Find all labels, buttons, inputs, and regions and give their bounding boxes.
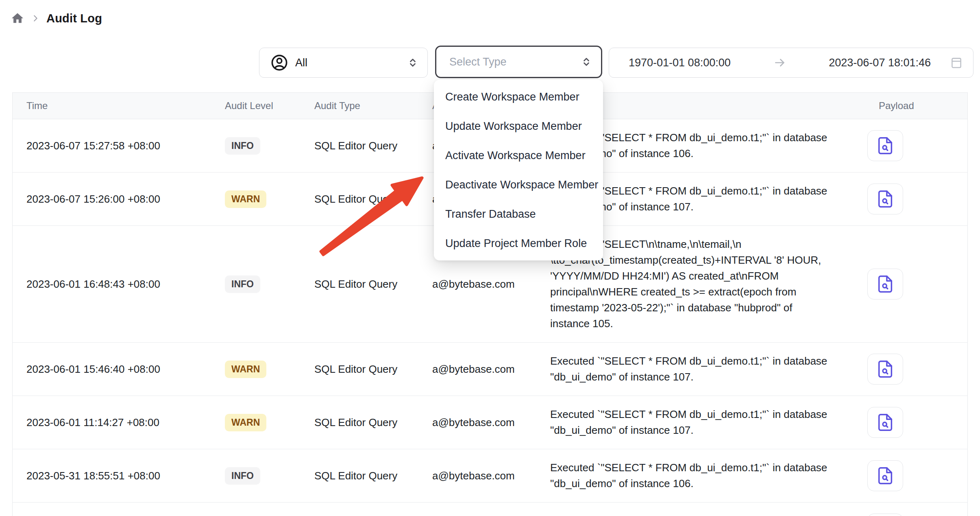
column-header-audit-level: Audit Level: [212, 100, 301, 112]
cell-audit-level: INFO: [212, 137, 301, 155]
date-range-start: 1970-01-01 08:00:00: [629, 57, 731, 69]
cell-comment: Executed `"SELECT * FROM db_ui_demo.t1;"…: [537, 396, 854, 449]
cell-payload: [854, 407, 968, 438]
actor-filter-select[interactable]: All: [259, 48, 428, 78]
menu-item-update-workspace-member[interactable]: Update Workspace Member: [434, 112, 603, 141]
cell-payload: [854, 460, 968, 491]
column-header-audit-type: Audit Type: [301, 100, 419, 112]
type-filter-placeholder: Select Type: [449, 56, 507, 68]
cell-audit-level: INFO: [212, 275, 301, 293]
cell-payload: [854, 130, 968, 161]
cell-actor: a@bytebase.com: [419, 470, 537, 482]
cell-time: 2023-05-31 18:55:51 +08:00: [13, 470, 212, 482]
type-dropdown-menu: Create Workspace Member Update Workspace…: [434, 80, 603, 260]
cell-audit-type: SQL Editor Query: [301, 470, 419, 482]
cell-audit-level: WARN: [212, 414, 301, 431]
file-search-icon: [876, 275, 895, 293]
menu-item-transfer-database[interactable]: Transfer Database: [434, 199, 603, 229]
status-badge: INFO: [225, 275, 260, 293]
chevron-right-icon: [31, 14, 40, 23]
file-search-icon: [876, 466, 895, 485]
cell-audit-type: SQL Editor Query: [301, 193, 419, 206]
payload-view-button[interactable]: [867, 184, 903, 214]
person-circle-icon: [270, 53, 289, 72]
cell-audit-type: SQL Editor Query: [301, 140, 419, 152]
payload-view-button[interactable]: [867, 514, 903, 516]
cell-actor: a@bytebase.com: [419, 278, 537, 291]
file-search-icon: [876, 190, 895, 208]
cell-payload: [854, 184, 968, 214]
menu-item-create-workspace-member[interactable]: Create Workspace Member: [434, 82, 603, 112]
type-filter-select[interactable]: Select Type: [435, 46, 602, 78]
cell-actor: a@bytebase.com: [419, 416, 537, 429]
breadcrumb: Audit Log: [11, 11, 102, 25]
table-row: 2023-06-01 11:14:27 +08:00 WARN SQL Edit…: [13, 396, 967, 449]
date-range-end: 2023-06-07 18:01:46: [829, 57, 931, 69]
status-badge: WARN: [225, 190, 266, 208]
payload-view-button[interactable]: [867, 354, 903, 385]
file-search-icon: [876, 136, 895, 155]
cell-audit-type: SQL Editor Query: [301, 278, 419, 291]
cell-time: 2023-06-01 16:48:43 +08:00: [13, 278, 212, 291]
payload-view-button[interactable]: [867, 130, 903, 161]
cell-time: 2023-06-07 15:27:58 +08:00: [13, 140, 212, 152]
cell-payload: [854, 354, 968, 385]
actor-filter-value: All: [295, 57, 307, 69]
cell-payload: [854, 269, 968, 300]
status-badge: INFO: [225, 137, 260, 155]
cell-time: 2023-06-07 15:26:00 +08:00: [13, 193, 212, 206]
cell-payload: [854, 514, 968, 516]
chevron-up-down-icon: [408, 57, 418, 68]
payload-view-button[interactable]: [867, 269, 903, 300]
file-search-icon: [876, 360, 895, 378]
table-row: 2023-06-01 15:46:40 +08:00 WARN SQL Edit…: [13, 343, 967, 396]
file-search-icon: [876, 413, 895, 432]
column-header-time: Time: [13, 100, 212, 112]
cell-audit-level: WARN: [212, 190, 301, 208]
menu-item-activate-workspace-member[interactable]: Activate Workspace Member: [434, 141, 603, 170]
home-icon[interactable]: [11, 11, 24, 25]
cell-time: 2023-06-01 11:14:27 +08:00: [13, 416, 212, 429]
date-range-picker[interactable]: 1970-01-01 08:00:00 2023-06-07 18:01:46: [609, 48, 973, 78]
table-row: 2023-05-31 18:55:51 +08:00 INFO SQL Edit…: [13, 449, 967, 503]
table-row: 2023-05-31 18:38:37 +08:00 WARN SQL Edit…: [13, 503, 967, 516]
cell-comment: Executed `"SELECT * FROM db_ui_demo.t1;"…: [537, 503, 854, 516]
arrow-right-icon: [773, 56, 786, 69]
cell-audit-type: SQL Editor Query: [301, 363, 419, 376]
payload-view-button[interactable]: [867, 460, 903, 491]
cell-actor: a@bytebase.com: [419, 363, 537, 376]
status-badge: INFO: [225, 467, 260, 485]
menu-item-update-project-member[interactable]: Update Project Member Role: [434, 229, 603, 258]
status-badge: WARN: [225, 414, 266, 431]
menu-item-deactivate-workspace-member[interactable]: Deactivate Workspace Member: [434, 170, 603, 199]
cell-audit-type: SQL Editor Query: [301, 416, 419, 429]
calendar-icon: [950, 56, 963, 70]
cell-audit-level: WARN: [212, 361, 301, 378]
cell-comment: Executed `"SELECT * FROM db_ui_demo.t1;"…: [537, 343, 854, 396]
cell-comment: Executed `"SELECT * FROM db_ui_demo.t1;"…: [537, 449, 854, 502]
audit-log-page: Audit Log All Select Type 1970-01-01 08:…: [0, 0, 980, 516]
chevron-up-down-icon: [581, 57, 591, 67]
status-badge: WARN: [225, 361, 266, 378]
cell-time: 2023-06-01 15:46:40 +08:00: [13, 363, 212, 376]
payload-view-button[interactable]: [867, 407, 903, 438]
page-title: Audit Log: [46, 12, 102, 25]
cell-audit-level: INFO: [212, 467, 301, 485]
column-header-payload: Payload: [854, 100, 968, 112]
